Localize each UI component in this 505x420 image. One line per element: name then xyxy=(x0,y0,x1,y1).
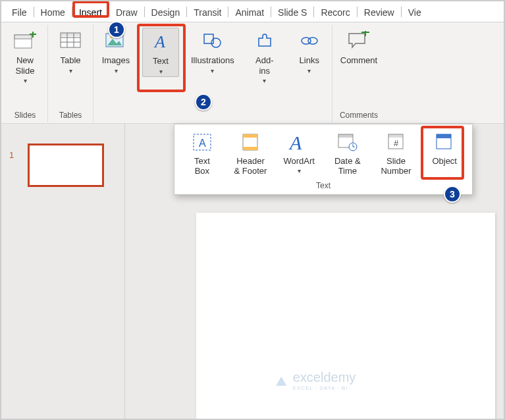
text-box-button[interactable]: A Text Box xyxy=(181,130,223,177)
tab-insert[interactable]: Insert xyxy=(75,3,106,20)
group-comments-label: Comments xyxy=(340,109,378,122)
svg-rect-33 xyxy=(388,134,403,138)
svg-point-12 xyxy=(110,36,113,39)
comment-icon xyxy=(346,29,371,53)
addins-label: Add- ins xyxy=(255,55,273,76)
tab-review[interactable]: Review xyxy=(360,3,398,20)
group-tables-label: Tables xyxy=(59,109,82,122)
links-icon xyxy=(297,29,322,53)
svg-rect-28 xyxy=(338,134,353,138)
text-box-icon: A xyxy=(190,131,214,153)
svg-rect-25 xyxy=(243,147,257,150)
group-images: Images ▾ xyxy=(93,25,138,122)
ribbon: New Slide ▾ Slides Table xyxy=(1,22,504,124)
group-slides-label: Slides xyxy=(14,109,36,122)
slide-canvas[interactable] xyxy=(196,213,495,420)
tab-separator xyxy=(228,7,228,17)
group-addins: Add- ins ▾ xyxy=(242,25,287,122)
group-illustrations: Illustrations ▾ xyxy=(183,25,242,122)
tab-design[interactable]: Design xyxy=(147,3,184,20)
slide-thumbnails-pane[interactable]: 1 xyxy=(1,124,125,419)
comment-button[interactable]: Comment xyxy=(336,28,381,67)
tab-slide-show[interactable]: Slide S xyxy=(274,3,311,20)
group-tables: Table ▾ Tables xyxy=(48,25,93,122)
object-label: Object xyxy=(432,156,457,166)
header-footer-button[interactable]: Header & Footer xyxy=(230,130,272,177)
dropdown-group-label: Text xyxy=(181,181,465,190)
tab-separator xyxy=(72,7,72,17)
tab-separator xyxy=(313,7,314,17)
chevron-down-icon: ▾ xyxy=(115,67,118,74)
tab-separator xyxy=(144,7,145,17)
slide-number-button[interactable]: # Slide Number xyxy=(375,130,417,177)
chevron-down-icon: ▾ xyxy=(24,77,27,84)
chevron-down-icon: ▾ xyxy=(298,167,301,174)
chevron-down-icon: ▾ xyxy=(307,67,311,74)
tab-home[interactable]: Home xyxy=(37,3,69,20)
new-slide-icon xyxy=(13,29,38,53)
slide-thumbnail-1[interactable] xyxy=(28,144,104,187)
new-slide-label: New Slide xyxy=(16,55,35,76)
tab-separator xyxy=(186,7,187,17)
tab-animations[interactable]: Animat xyxy=(231,3,268,20)
tab-separator xyxy=(109,7,109,17)
wordart-button[interactable]: A WordArt ▾ xyxy=(278,130,320,176)
text-button[interactable]: A Text ▾ xyxy=(142,28,179,77)
text-icon: A xyxy=(148,30,173,53)
chevron-down-icon: ▾ xyxy=(211,67,214,74)
new-slide-button[interactable]: New Slide ▾ xyxy=(7,28,43,86)
ribbon-tabs: File Home Insert Draw Design Transit Ani… xyxy=(1,1,504,22)
group-text: A Text ▾ xyxy=(138,25,183,122)
tab-insert-label: Insert xyxy=(79,7,102,18)
slide-number-icon: # xyxy=(385,131,408,153)
tab-transitions[interactable]: Transit xyxy=(190,3,225,20)
text-label: Text xyxy=(153,56,169,66)
svg-text:A: A xyxy=(288,132,302,153)
group-slides: New Slide ▾ Slides xyxy=(3,25,48,122)
object-button[interactable]: Object xyxy=(423,130,465,167)
chevron-down-icon: ▾ xyxy=(263,77,266,84)
table-button[interactable]: Table ▾ xyxy=(52,28,89,76)
slide-number: 1 xyxy=(9,150,14,160)
header-footer-icon xyxy=(239,131,263,153)
addins-button[interactable]: Add- ins ▾ xyxy=(246,28,283,86)
svg-text:A: A xyxy=(153,32,165,51)
illustrations-button[interactable]: Illustrations ▾ xyxy=(187,28,238,76)
table-icon xyxy=(58,29,83,53)
tab-record[interactable]: Recorc xyxy=(317,3,354,20)
wordart-icon: A xyxy=(287,131,311,153)
wordart-label: WordArt xyxy=(283,156,314,166)
chevron-down-icon: ▾ xyxy=(159,68,163,75)
tab-separator xyxy=(271,7,271,17)
images-icon xyxy=(103,29,128,53)
links-label: Links xyxy=(300,55,319,66)
group-comments: Comment Comments xyxy=(332,25,385,122)
images-label: Images xyxy=(102,55,130,66)
tab-draw[interactable]: Draw xyxy=(112,3,142,20)
tab-separator xyxy=(34,7,34,17)
svg-rect-14 xyxy=(204,34,213,43)
svg-rect-9 xyxy=(61,33,80,36)
tab-separator xyxy=(357,7,358,17)
group-links: Links ▾ xyxy=(287,25,332,122)
svg-rect-36 xyxy=(437,134,451,138)
svg-point-15 xyxy=(211,38,221,47)
header-footer-label: Header & Footer xyxy=(234,156,267,176)
illustrations-icon xyxy=(200,29,225,53)
date-time-icon xyxy=(336,131,359,153)
date-time-button[interactable]: Date & Time xyxy=(327,130,369,177)
links-button[interactable]: Links ▾ xyxy=(291,28,328,76)
text-box-label: Text Box xyxy=(194,156,210,176)
date-time-label: Date & Time xyxy=(334,156,361,176)
svg-rect-24 xyxy=(243,134,257,138)
table-label: Table xyxy=(60,55,80,66)
text-dropdown-panel: A Text Box Header & Footer A WordArt xyxy=(174,124,473,195)
svg-text:#: # xyxy=(394,138,399,148)
images-button[interactable]: Images ▾ xyxy=(97,28,134,76)
tab-file[interactable]: File xyxy=(8,3,31,20)
tab-separator xyxy=(401,7,402,17)
svg-text:A: A xyxy=(199,138,206,149)
svg-rect-1 xyxy=(14,35,32,39)
tab-view[interactable]: Vie xyxy=(404,3,425,20)
comment-label: Comment xyxy=(340,55,377,66)
